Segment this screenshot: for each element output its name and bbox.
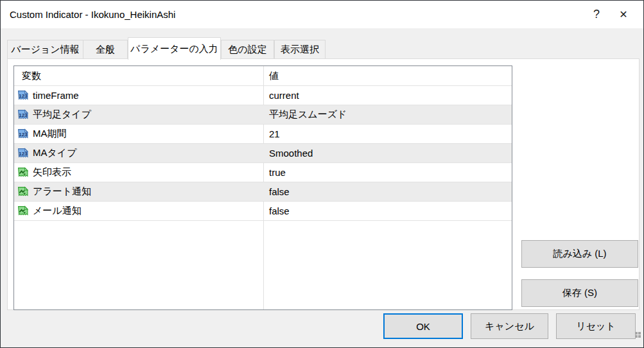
table-row[interactable]: timeFrame current bbox=[14, 86, 512, 105]
table-row[interactable]: アラート通知 false bbox=[14, 182, 512, 202]
table-header-row: 変数 値 bbox=[14, 66, 512, 86]
numeric-parameter-icon bbox=[17, 90, 28, 101]
table-row[interactable]: 平均足タイプ 平均足スムーズド bbox=[14, 105, 512, 125]
param-value[interactable]: false bbox=[263, 205, 512, 216]
numeric-parameter-icon bbox=[17, 148, 28, 159]
param-name: 平均足タイプ bbox=[33, 109, 91, 121]
param-name: MAタイプ bbox=[33, 147, 77, 159]
window-title: Custom Indicator - Ikokuno_HeikinAshi bbox=[10, 1, 175, 28]
param-name: 矢印表示 bbox=[33, 166, 71, 178]
ok-button[interactable]: OK bbox=[383, 313, 463, 339]
table-row[interactable]: 矢印表示 true bbox=[14, 163, 512, 182]
table-row[interactable]: MAタイプ Smoothed bbox=[14, 144, 512, 163]
param-name: アラート通知 bbox=[33, 186, 91, 198]
table-row[interactable]: MA期間 21 bbox=[14, 125, 512, 144]
param-value[interactable]: 21 bbox=[263, 128, 512, 139]
tab-general[interactable]: 全般 bbox=[83, 40, 128, 59]
param-value[interactable]: true bbox=[263, 167, 512, 178]
reset-button[interactable]: リセット bbox=[556, 313, 636, 339]
numeric-parameter-icon bbox=[17, 128, 28, 139]
custom-indicator-dialog: Custom Indicator - Ikokuno_HeikinAshi ? … bbox=[0, 0, 644, 348]
cancel-button[interactable]: キャンセル bbox=[471, 313, 548, 339]
numeric-parameter-icon bbox=[17, 109, 28, 120]
param-name: timeFrame bbox=[33, 90, 79, 101]
param-name: MA期間 bbox=[33, 128, 67, 140]
column-header-variable: 変数 bbox=[14, 70, 263, 82]
save-button[interactable]: 保存 (S) bbox=[521, 279, 638, 307]
param-value[interactable]: false bbox=[263, 186, 512, 197]
tab-color-settings[interactable]: 色の設定 bbox=[221, 40, 274, 59]
table-row[interactable]: メール通知 false bbox=[14, 202, 512, 221]
help-icon[interactable]: ? bbox=[586, 1, 607, 28]
tab-display-selection[interactable]: 表示選択 bbox=[274, 40, 326, 59]
boolean-parameter-icon bbox=[17, 167, 28, 178]
load-button[interactable]: 読み込み (L) bbox=[521, 240, 638, 268]
close-icon[interactable]: ✕ bbox=[613, 1, 634, 28]
param-name: メール通知 bbox=[33, 205, 82, 217]
tab-version-info[interactable]: バージョン情報 bbox=[7, 40, 83, 59]
title-bar: Custom Indicator - Ikokuno_HeikinAshi ? … bbox=[1, 1, 643, 28]
resize-grip-icon[interactable] bbox=[635, 332, 642, 339]
param-value[interactable]: 平均足スムーズド bbox=[263, 109, 512, 121]
column-header-value: 値 bbox=[263, 70, 512, 82]
parameters-table: 変数 値 timeFrame current 平均足タイプ 平均足スムーズド M… bbox=[13, 65, 512, 310]
boolean-parameter-icon bbox=[17, 205, 28, 216]
param-value[interactable]: Smoothed bbox=[263, 148, 512, 159]
tab-parameter-input[interactable]: パラメーターの入力 bbox=[128, 37, 221, 60]
boolean-parameter-icon bbox=[17, 186, 28, 197]
param-value[interactable]: current bbox=[263, 90, 512, 101]
